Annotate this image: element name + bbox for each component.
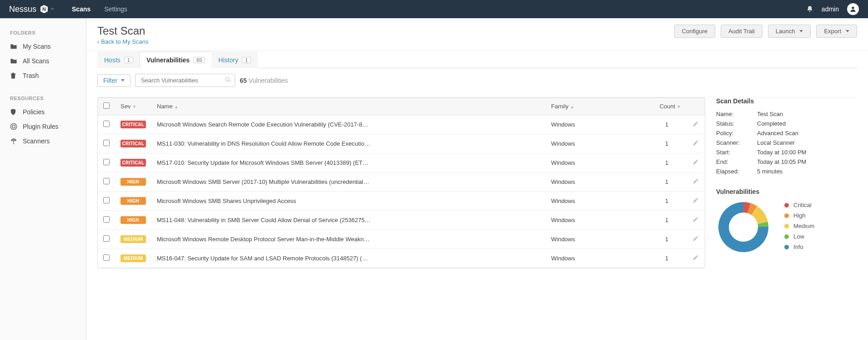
sidebar-item-all-scans[interactable]: All Scans — [0, 54, 86, 68]
detail-label: End: — [716, 158, 757, 165]
edit-icon[interactable] — [692, 178, 699, 186]
select-all-checkbox[interactable] — [103, 102, 110, 109]
top-navbar: Nessus N ™ ScansSettings admin — [0, 0, 868, 18]
sidebar-item-my-scans[interactable]: My Scans — [0, 39, 86, 54]
vuln-name: MS17-010: Security Update for Microsoft … — [151, 153, 546, 173]
table-row[interactable]: HIGHMicrosoft Windows SMB Server (2017-1… — [98, 173, 705, 192]
tab-vulnerabilities[interactable]: Vulnerabilities65 — [140, 51, 212, 68]
severity-badge: CRITICAL — [120, 140, 146, 147]
sidebar-heading-resources: RESOURCES — [0, 92, 86, 105]
vuln-count: 1 — [646, 249, 687, 268]
col-sev[interactable]: Sev▼ — [115, 98, 151, 115]
table-row[interactable]: MEDIUMMS16-047: Security Update for SAM … — [98, 249, 705, 268]
edit-icon[interactable] — [692, 197, 699, 205]
trademark: ™ — [50, 7, 54, 11]
row-checkbox[interactable] — [103, 235, 110, 242]
table-row[interactable]: MEDIUMMicrosoft Windows Remote Desktop P… — [98, 230, 705, 249]
severity-badge: HIGH — [120, 178, 146, 186]
nav-link-settings[interactable]: Settings — [104, 5, 127, 13]
legend-item-critical[interactable]: Critical — [784, 200, 814, 210]
folder-icon — [10, 58, 17, 64]
navbar-right: admin — [806, 3, 859, 15]
edit-icon[interactable] — [692, 235, 699, 243]
row-checkbox[interactable] — [103, 216, 110, 223]
row-checkbox[interactable] — [103, 254, 110, 261]
result-count-num: 65 — [240, 77, 247, 84]
edit-icon[interactable] — [692, 216, 699, 224]
severity-badge: CRITICAL — [120, 121, 146, 128]
user-avatar-icon[interactable] — [847, 3, 859, 15]
sidebar-item-label: Policies — [23, 108, 45, 116]
donut-chart — [716, 200, 771, 256]
tab-history[interactable]: History1 — [211, 51, 258, 68]
table-row[interactable]: HIGHMS11-048: Vulnerability in SMB Serve… — [98, 211, 705, 230]
edit-icon[interactable] — [692, 159, 699, 167]
col-family-label: Family — [551, 103, 568, 110]
vuln-name: MS11-030: Vulnerability in DNS Resolutio… — [151, 134, 546, 153]
sidebar-item-scanners[interactable]: Scanners — [0, 134, 86, 148]
notifications-icon[interactable] — [806, 5, 813, 13]
sidebar-item-trash[interactable]: Trash — [0, 68, 86, 83]
audit-trail-button[interactable]: Audit Trail — [721, 25, 763, 38]
svg-point-4 — [10, 123, 16, 129]
legend-label: Medium — [793, 223, 814, 229]
legend-item-high[interactable]: High — [784, 210, 814, 221]
row-checkbox[interactable] — [103, 121, 110, 127]
row-checkbox[interactable] — [103, 140, 110, 146]
table-row[interactable]: CRITICALMicrosoft Windows Search Remote … — [98, 115, 705, 134]
search-icon[interactable] — [225, 76, 231, 84]
filter-button[interactable]: Filter — [97, 74, 130, 87]
col-family[interactable]: Family▲ — [546, 98, 646, 115]
legend-item-medium[interactable]: Medium — [784, 221, 814, 231]
result-count: 65Vulnerabilities — [240, 77, 288, 84]
severity-badge: CRITICAL — [120, 159, 146, 167]
table-row[interactable]: HIGHMicrosoft Windows SMB Shares Unprivi… — [98, 192, 705, 211]
tab-label: Hosts — [104, 56, 120, 64]
vuln-name: Microsoft Windows Search Remote Code Exe… — [151, 115, 546, 134]
detail-value: Advanced Scan — [757, 130, 798, 137]
export-button[interactable]: Export — [816, 25, 857, 38]
configure-label: Configure — [682, 28, 707, 35]
tab-hosts[interactable]: Hosts1 — [97, 51, 140, 68]
launch-button[interactable]: Launch — [768, 25, 811, 38]
trash-icon — [10, 72, 17, 79]
legend-item-info[interactable]: Info — [784, 242, 814, 252]
row-checkbox[interactable] — [103, 178, 110, 184]
col-name[interactable]: Name▲ — [151, 98, 546, 115]
detail-label: Elapsed: — [716, 168, 757, 175]
detail-row: Start:Today at 10:00 PM — [716, 147, 857, 157]
col-count[interactable]: Count▼ — [646, 98, 687, 115]
vulnerabilities-heading: Vulnerabilities — [716, 188, 857, 195]
search-wrapper — [135, 74, 235, 87]
sort-desc-icon: ▼ — [677, 104, 681, 109]
row-checkbox[interactable] — [103, 159, 110, 165]
sidebar-item-label: Plugin Rules — [23, 123, 59, 130]
row-checkbox[interactable] — [103, 197, 110, 203]
sort-asc-icon: ▲ — [174, 104, 179, 109]
vuln-family: Windows — [546, 192, 646, 211]
configure-button[interactable]: Configure — [674, 25, 715, 38]
page-header: Test Scan ‹ Back to My Scans Configure A… — [86, 18, 868, 51]
edit-icon[interactable] — [692, 140, 699, 147]
table-row[interactable]: CRITICALMS17-010: Security Update for Mi… — [98, 153, 705, 173]
nav-link-scans[interactable]: Scans — [72, 5, 90, 13]
vuln-family: Windows — [546, 173, 646, 192]
edit-icon[interactable] — [692, 254, 699, 262]
search-input[interactable] — [139, 74, 225, 86]
legend-item-low[interactable]: Low — [784, 231, 814, 242]
username[interactable]: admin — [822, 5, 839, 13]
sidebar-item-label: Trash — [23, 72, 39, 79]
tab-count: 65 — [193, 57, 205, 63]
detail-row: Policy:Advanced Scan — [716, 128, 857, 138]
edit-icon[interactable] — [692, 121, 699, 128]
detail-label: Policy: — [716, 130, 757, 137]
back-link[interactable]: ‹ Back to My Scans — [97, 38, 148, 45]
sidebar-item-plugin-rules[interactable]: Plugin Rules — [0, 119, 86, 134]
vuln-family: Windows — [546, 211, 646, 230]
table-row[interactable]: CRITICALMS11-030: Vulnerability in DNS R… — [98, 134, 705, 153]
legend-dot-icon — [784, 245, 789, 249]
chevron-down-icon — [121, 79, 125, 81]
back-link-label: Back to My Scans — [101, 38, 148, 45]
detail-row: Scanner:Local Scanner — [716, 138, 857, 147]
sidebar-item-policies[interactable]: Policies — [0, 105, 86, 119]
